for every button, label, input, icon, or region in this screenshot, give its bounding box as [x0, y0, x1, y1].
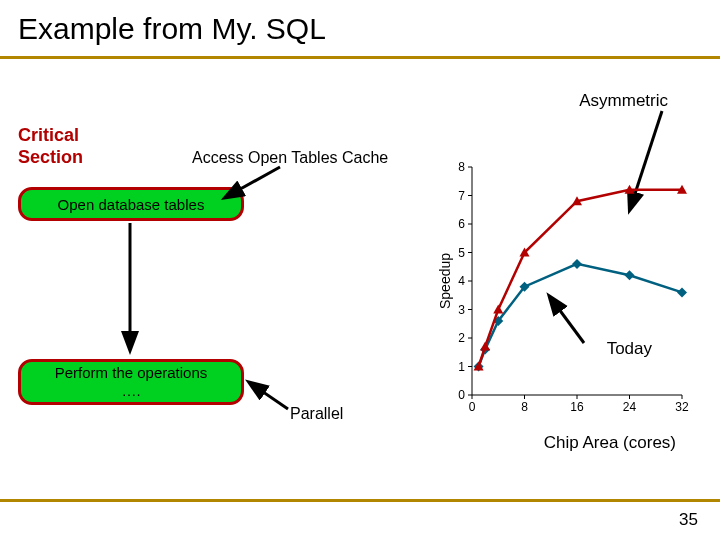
svg-text:8: 8 [458, 160, 465, 174]
svg-text:0: 0 [469, 400, 476, 414]
svg-line-35 [550, 297, 584, 343]
svg-text:5: 5 [458, 246, 465, 260]
arrow-access-to-box1-icon [210, 163, 290, 203]
svg-text:Speedup: Speedup [438, 253, 453, 309]
content-area: Asymmetric Critical Section Access Open … [0, 59, 720, 479]
svg-text:0: 0 [458, 388, 465, 402]
page-number: 35 [679, 510, 698, 530]
perform-ops-text: Perform the operations …. [55, 364, 208, 400]
svg-text:3: 3 [458, 303, 465, 317]
svg-text:24: 24 [623, 400, 637, 414]
arrow-parallel-to-box2-icon [244, 377, 290, 413]
asymmetric-label: Asymmetric [579, 91, 668, 111]
svg-text:4: 4 [458, 274, 465, 288]
critical-section-line1: Critical [18, 125, 79, 145]
perform-ops-line2: …. [121, 382, 140, 399]
divider-bottom [0, 499, 720, 502]
svg-text:1: 1 [458, 360, 465, 374]
svg-line-3 [250, 383, 288, 409]
svg-text:7: 7 [458, 189, 465, 203]
critical-section-label: Critical Section [18, 125, 83, 168]
svg-text:16: 16 [570, 400, 584, 414]
open-db-tables-text: Open database tables [58, 196, 205, 213]
arrow-box1-to-box2-icon [120, 221, 140, 359]
svg-text:2: 2 [458, 331, 465, 345]
perform-ops-line1: Perform the operations [55, 364, 208, 381]
svg-line-1 [226, 167, 280, 197]
svg-text:8: 8 [521, 400, 528, 414]
arrow-today-icon [544, 291, 590, 347]
slide-title: Example from My. SQL [0, 0, 720, 56]
svg-text:32: 32 [675, 400, 689, 414]
critical-section-line2: Section [18, 147, 83, 167]
perform-ops-box: Perform the operations …. [18, 359, 244, 405]
speedup-chart: 01234567808162432Speedup [438, 159, 690, 419]
today-label: Today [607, 339, 652, 359]
parallel-label: Parallel [290, 405, 343, 423]
svg-text:6: 6 [458, 217, 465, 231]
chart-xaxis-label: Chip Area (cores) [544, 433, 676, 453]
chart-svg: 01234567808162432Speedup [438, 159, 690, 419]
